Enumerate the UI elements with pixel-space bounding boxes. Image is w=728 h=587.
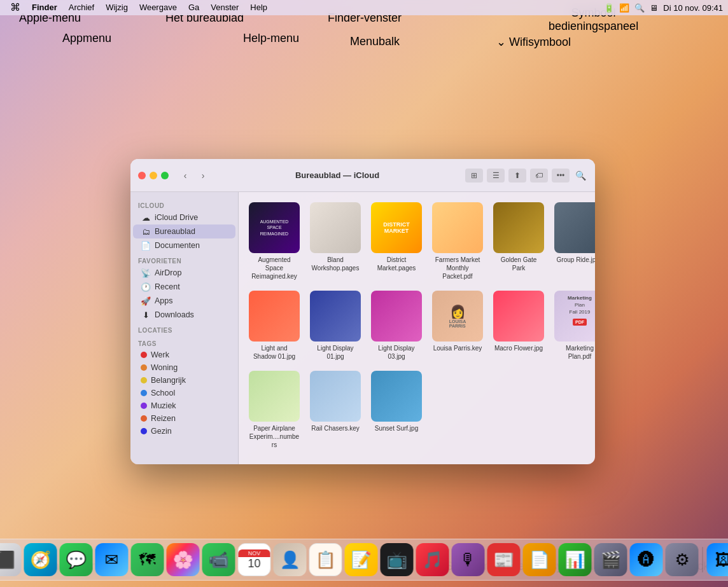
archief-menu-item[interactable]: Archief — [64, 0, 99, 15]
more-icon[interactable]: ••• — [552, 169, 570, 183]
airdrop-label: AirDrop — [155, 268, 181, 277]
dock: 🔵 ⬛ 🧭 💬 ✉ 🗺 🌸 📹 NOV 10 👤 📋 📝 📺 🎵 🎙 📰 📄 📊… — [0, 539, 728, 581]
dock-safari[interactable]: 🧭 — [24, 543, 57, 576]
forward-button[interactable]: › — [197, 169, 209, 182]
display-icon[interactable]: 🖥 — [650, 3, 658, 13]
file-item-macro[interactable]: Macro Flower.jpg — [491, 288, 547, 363]
finder-body: iCloud ☁ iCloud Drive 🗂 Bureaublad 📄 Doc… — [130, 192, 595, 464]
dock-calendar[interactable]: NOV 10 — [238, 543, 271, 576]
dock-news[interactable]: 📰 — [487, 543, 521, 576]
file-item-lightshadow[interactable]: Light and Shadow 01.jpg — [246, 288, 302, 363]
file-item-lightdisplay1[interactable]: Light Display 01.jpg — [307, 288, 363, 363]
reizen-tag-dot — [141, 415, 147, 422]
file-name-bland: Bland Workshop.pages — [310, 256, 361, 272]
dock-notes[interactable]: 📝 — [345, 543, 378, 576]
file-thumb-lightshadow — [249, 291, 300, 342]
icloud-section-label: iCloud — [130, 197, 238, 211]
sidebar-item-documenten[interactable]: 📄 Documenten — [133, 238, 235, 252]
werk-tag-dot — [141, 352, 147, 358]
search-menubar-icon[interactable]: 🔍 — [634, 3, 645, 13]
weergave-menu-item[interactable]: Weergave — [134, 0, 182, 15]
file-name-lightshadow: Light and Shadow 01.jpg — [249, 344, 300, 361]
finder-menu-item[interactable]: Finder — [27, 0, 62, 15]
file-item-marketing[interactable]: Marketing Plan Fall 2019 PDF Marketing P… — [552, 288, 595, 363]
dock-mail[interactable]: ✉ — [95, 543, 129, 576]
dock-numbers[interactable]: 📊 — [559, 543, 592, 576]
file-thumb-sunset — [371, 371, 422, 422]
maximize-button[interactable] — [161, 172, 169, 179]
gezin-label: Gezin — [151, 427, 172, 436]
file-grid: AUGMENTEDSPACEREIMAGINED Augmented Space… — [239, 192, 595, 464]
dock-keynote[interactable]: 🎬 — [594, 543, 627, 576]
file-item-augmented[interactable]: AUGMENTEDSPACEREIMAGINED Augmented Space… — [246, 200, 302, 283]
file-item-group[interactable]: Group Ride.jpeg — [552, 200, 595, 283]
dock-appstore[interactable]: 🅐 — [630, 543, 663, 576]
sidebar-item-woning[interactable]: Woning — [133, 361, 235, 374]
sidebar-item-recent[interactable]: 🕐 Recent — [133, 280, 235, 294]
menubar: ⌘ Finder Archief Wijzig Weergave Ga Vens… — [0, 0, 728, 15]
file-name-lightdisplay3: Light Display 03.jpg — [371, 344, 422, 361]
file-item-farmers[interactable]: Farmers Market Monthly Packet.pdf — [430, 200, 486, 283]
file-name-louisa: Louisa Parris.key — [433, 344, 482, 352]
dock-separator — [703, 547, 703, 572]
view-icon-list[interactable]: ☰ — [487, 169, 505, 183]
file-item-paper[interactable]: Paper Airplane Experim....numbers — [246, 368, 302, 452]
sidebar-item-downloads[interactable]: ⬇ Downloads — [133, 308, 235, 322]
dock-reminders[interactable]: 📋 — [309, 543, 342, 576]
recents-icon: 🕐 — [141, 282, 151, 292]
file-item-sunset[interactable]: Sunset Surf.jpg — [368, 368, 424, 452]
dock-photos[interactable]: 🌸 — [167, 543, 200, 576]
file-item-golden[interactable]: Golden Gate Park — [491, 200, 547, 283]
ga-menu-item[interactable]: Ga — [183, 0, 204, 15]
sidebar-item-airdrop[interactable]: 📡 AirDrop — [133, 266, 235, 280]
dock-facetime[interactable]: 📹 — [202, 543, 235, 576]
traffic-lights — [138, 172, 169, 179]
locations-section-label: Locaties — [130, 322, 238, 335]
battery-icon[interactable]: 🔋 — [604, 3, 614, 13]
wijzig-menu-item[interactable]: Wijzig — [101, 0, 133, 15]
file-item-louisa[interactable]: 👩 LOUISAPARRIS Louisa Parris.key — [430, 288, 486, 363]
wifi-icon[interactable]: 📶 — [619, 3, 629, 13]
file-name-district: District Market.pages — [371, 256, 422, 272]
sidebar-item-muziek[interactable]: Muziek — [133, 399, 235, 412]
view-icon-grid[interactable]: ⊞ — [465, 169, 483, 183]
minimize-button[interactable] — [150, 172, 157, 179]
dock-pages[interactable]: 📄 — [523, 543, 556, 576]
sidebar-item-bureaublad[interactable]: 🗂 Bureaublad — [133, 224, 235, 238]
sidebar-item-apps[interactable]: 🚀 Apps — [133, 294, 235, 308]
close-button[interactable] — [138, 172, 146, 179]
dock-maps[interactable]: 🗺 — [131, 543, 164, 576]
file-item-bland[interactable]: Bland Workshop.pages — [307, 200, 363, 283]
file-name-golden: Golden Gate Park — [493, 256, 544, 272]
toolbar-icons: ⊞ ☰ ⬆ 🏷 ••• 🔍 — [465, 169, 587, 183]
back-button[interactable]: ‹ — [179, 169, 192, 182]
file-item-district[interactable]: DISTRICTMARKET District Market.pages — [368, 200, 424, 283]
gezin-tag-dot — [141, 428, 147, 434]
file-thumb-augmented: AUGMENTEDSPACEREIMAGINED — [249, 202, 300, 253]
search-button[interactable]: 🔍 — [573, 169, 587, 183]
venster-menu-item[interactable]: Venster — [206, 0, 244, 15]
file-item-lightdisplay3[interactable]: Light Display 03.jpg — [368, 288, 424, 363]
dock-launchpad[interactable]: ⬛ — [0, 543, 22, 576]
sidebar-item-icloud-drive[interactable]: ☁ iCloud Drive — [133, 211, 235, 224]
sidebar-item-belangrijk[interactable]: Belangrijk — [133, 374, 235, 387]
help-menu-item[interactable]: Help — [245, 0, 272, 15]
belangrijk-label: Belangrijk — [151, 376, 186, 385]
apple-menu-item[interactable]: ⌘ — [5, 0, 25, 15]
file-thumb-macro — [493, 291, 544, 342]
sidebar-item-gezin[interactable]: Gezin — [133, 425, 235, 438]
share-icon[interactable]: ⬆ — [508, 169, 526, 183]
dock-tv[interactable]: 📺 — [381, 543, 414, 576]
dock-podcasts[interactable]: 🎙 — [452, 543, 485, 576]
tag-icon[interactable]: 🏷 — [530, 169, 548, 183]
sidebar-item-werk[interactable]: Werk — [133, 349, 235, 361]
file-item-rail[interactable]: Rail Chasers.key — [307, 368, 363, 452]
sidebar-item-reizen[interactable]: Reizen — [133, 412, 235, 425]
dock-portrait[interactable]: 🖼 — [707, 543, 729, 576]
dock-contacts[interactable]: 👤 — [274, 543, 307, 576]
dock-sysprefs[interactable]: ⚙ — [666, 543, 699, 576]
datetime-display: Di 10 nov. 09:41 — [663, 3, 723, 13]
sidebar-item-school[interactable]: School — [133, 387, 235, 399]
dock-music[interactable]: 🎵 — [416, 543, 449, 576]
dock-messages[interactable]: 💬 — [60, 543, 93, 576]
